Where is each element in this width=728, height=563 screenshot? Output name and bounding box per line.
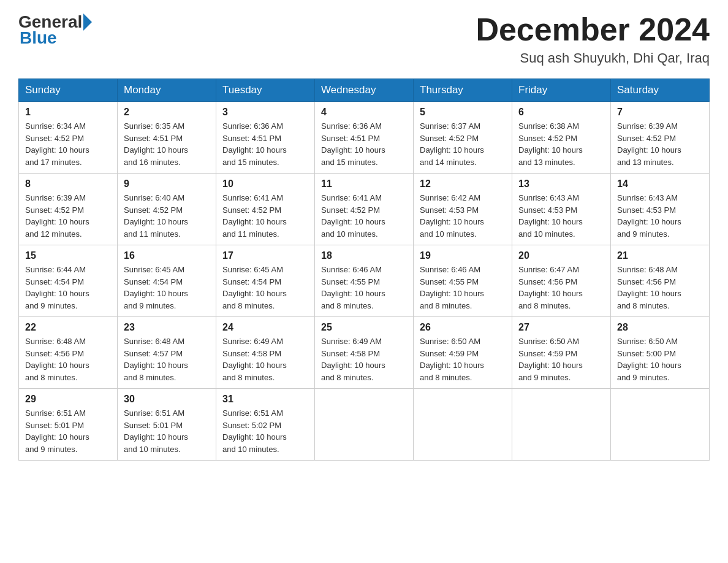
day-number: 30 xyxy=(124,394,210,405)
calendar-cell: 23 Sunrise: 6:48 AM Sunset: 4:57 PM Dayl… xyxy=(118,317,216,389)
day-info: Sunrise: 6:46 AM Sunset: 4:55 PM Dayligh… xyxy=(321,264,407,312)
day-number: 3 xyxy=(222,107,308,118)
day-number: 20 xyxy=(518,250,604,261)
week-row-1: 1 Sunrise: 6:34 AM Sunset: 4:52 PM Dayli… xyxy=(19,102,710,174)
calendar-cell: 31 Sunrise: 6:51 AM Sunset: 5:02 PM Dayl… xyxy=(216,389,315,461)
logo-blue-text: Blue xyxy=(20,28,57,48)
header-monday: Monday xyxy=(118,79,216,102)
day-number: 23 xyxy=(124,322,210,333)
calendar-cell xyxy=(414,389,512,461)
header-sunday: Sunday xyxy=(19,79,118,102)
calendar-cell: 30 Sunrise: 6:51 AM Sunset: 5:01 PM Dayl… xyxy=(118,389,216,461)
day-header-row: Sunday Monday Tuesday Wednesday Thursday… xyxy=(19,79,710,102)
day-number: 15 xyxy=(25,250,111,261)
day-number: 27 xyxy=(518,322,604,333)
header-friday: Friday xyxy=(512,79,611,102)
day-number: 12 xyxy=(420,178,506,190)
calendar-cell xyxy=(611,389,710,461)
location-title: Suq ash Shuyukh, Dhi Qar, Iraq xyxy=(476,50,710,66)
day-info: Sunrise: 6:34 AM Sunset: 4:52 PM Dayligh… xyxy=(25,120,111,168)
calendar-cell: 7 Sunrise: 6:39 AM Sunset: 4:52 PM Dayli… xyxy=(611,102,710,174)
day-info: Sunrise: 6:50 AM Sunset: 4:59 PM Dayligh… xyxy=(518,335,604,383)
day-number: 31 xyxy=(222,394,308,405)
calendar-cell: 10 Sunrise: 6:41 AM Sunset: 4:52 PM Dayl… xyxy=(216,174,315,245)
day-number: 16 xyxy=(124,250,210,261)
day-number: 26 xyxy=(420,322,506,333)
day-info: Sunrise: 6:44 AM Sunset: 4:54 PM Dayligh… xyxy=(25,264,111,312)
day-info: Sunrise: 6:48 AM Sunset: 4:56 PM Dayligh… xyxy=(617,264,703,312)
week-row-5: 29 Sunrise: 6:51 AM Sunset: 5:01 PM Dayl… xyxy=(19,389,710,461)
day-info: Sunrise: 6:51 AM Sunset: 5:01 PM Dayligh… xyxy=(25,407,111,455)
logo: General Blue xyxy=(18,12,93,48)
calendar-cell: 19 Sunrise: 6:46 AM Sunset: 4:55 PM Dayl… xyxy=(414,245,512,317)
calendar-cell: 5 Sunrise: 6:37 AM Sunset: 4:52 PM Dayli… xyxy=(414,102,512,174)
calendar-cell: 6 Sunrise: 6:38 AM Sunset: 4:52 PM Dayli… xyxy=(512,102,611,174)
day-info: Sunrise: 6:49 AM Sunset: 4:58 PM Dayligh… xyxy=(321,335,407,383)
day-number: 18 xyxy=(321,250,407,261)
day-number: 13 xyxy=(518,178,604,190)
day-info: Sunrise: 6:49 AM Sunset: 4:58 PM Dayligh… xyxy=(222,335,308,383)
calendar-cell: 14 Sunrise: 6:43 AM Sunset: 4:53 PM Dayl… xyxy=(611,174,710,245)
day-number: 2 xyxy=(124,107,210,118)
calendar-cell: 21 Sunrise: 6:48 AM Sunset: 4:56 PM Dayl… xyxy=(611,245,710,317)
day-info: Sunrise: 6:43 AM Sunset: 4:53 PM Dayligh… xyxy=(518,192,604,240)
calendar-cell: 24 Sunrise: 6:49 AM Sunset: 4:58 PM Dayl… xyxy=(216,317,315,389)
logo-arrow-icon xyxy=(83,13,92,31)
calendar-table: Sunday Monday Tuesday Wednesday Thursday… xyxy=(18,79,710,461)
day-info: Sunrise: 6:38 AM Sunset: 4:52 PM Dayligh… xyxy=(518,120,604,168)
day-info: Sunrise: 6:45 AM Sunset: 4:54 PM Dayligh… xyxy=(222,264,308,312)
calendar-cell: 18 Sunrise: 6:46 AM Sunset: 4:55 PM Dayl… xyxy=(315,245,414,317)
day-info: Sunrise: 6:41 AM Sunset: 4:52 PM Dayligh… xyxy=(222,192,308,240)
calendar-cell: 25 Sunrise: 6:49 AM Sunset: 4:58 PM Dayl… xyxy=(315,317,414,389)
day-number: 4 xyxy=(321,107,407,118)
title-area: December 2024 Suq ash Shuyukh, Dhi Qar, … xyxy=(476,12,710,66)
calendar-cell: 17 Sunrise: 6:45 AM Sunset: 4:54 PM Dayl… xyxy=(216,245,315,317)
day-info: Sunrise: 6:50 AM Sunset: 4:59 PM Dayligh… xyxy=(420,335,506,383)
day-info: Sunrise: 6:47 AM Sunset: 4:56 PM Dayligh… xyxy=(518,264,604,312)
day-info: Sunrise: 6:36 AM Sunset: 4:51 PM Dayligh… xyxy=(222,120,308,168)
calendar-cell: 3 Sunrise: 6:36 AM Sunset: 4:51 PM Dayli… xyxy=(216,102,315,174)
day-info: Sunrise: 6:39 AM Sunset: 4:52 PM Dayligh… xyxy=(25,192,111,240)
calendar-cell: 4 Sunrise: 6:36 AM Sunset: 4:51 PM Dayli… xyxy=(315,102,414,174)
day-number: 7 xyxy=(617,107,703,118)
header: General Blue December 2024 Suq ash Shuyu… xyxy=(18,12,710,66)
day-number: 8 xyxy=(25,178,111,190)
day-number: 17 xyxy=(222,250,308,261)
calendar-cell: 27 Sunrise: 6:50 AM Sunset: 4:59 PM Dayl… xyxy=(512,317,611,389)
calendar-cell: 1 Sunrise: 6:34 AM Sunset: 4:52 PM Dayli… xyxy=(19,102,118,174)
day-number: 10 xyxy=(222,178,308,190)
day-number: 22 xyxy=(25,322,111,333)
day-info: Sunrise: 6:50 AM Sunset: 5:00 PM Dayligh… xyxy=(617,335,703,383)
week-row-2: 8 Sunrise: 6:39 AM Sunset: 4:52 PM Dayli… xyxy=(19,174,710,245)
day-number: 19 xyxy=(420,250,506,261)
day-info: Sunrise: 6:46 AM Sunset: 4:55 PM Dayligh… xyxy=(420,264,506,312)
day-number: 6 xyxy=(518,107,604,118)
day-info: Sunrise: 6:43 AM Sunset: 4:53 PM Dayligh… xyxy=(617,192,703,240)
calendar-cell: 26 Sunrise: 6:50 AM Sunset: 4:59 PM Dayl… xyxy=(414,317,512,389)
calendar-cell: 9 Sunrise: 6:40 AM Sunset: 4:52 PM Dayli… xyxy=(118,174,216,245)
header-saturday: Saturday xyxy=(611,79,710,102)
day-info: Sunrise: 6:36 AM Sunset: 4:51 PM Dayligh… xyxy=(321,120,407,168)
header-wednesday: Wednesday xyxy=(315,79,414,102)
calendar-cell: 28 Sunrise: 6:50 AM Sunset: 5:00 PM Dayl… xyxy=(611,317,710,389)
calendar-cell: 12 Sunrise: 6:42 AM Sunset: 4:53 PM Dayl… xyxy=(414,174,512,245)
day-info: Sunrise: 6:48 AM Sunset: 4:57 PM Dayligh… xyxy=(124,335,210,383)
day-number: 21 xyxy=(617,250,703,261)
day-info: Sunrise: 6:41 AM Sunset: 4:52 PM Dayligh… xyxy=(321,192,407,240)
day-info: Sunrise: 6:51 AM Sunset: 5:01 PM Dayligh… xyxy=(124,407,210,455)
header-tuesday: Tuesday xyxy=(216,79,315,102)
week-row-3: 15 Sunrise: 6:44 AM Sunset: 4:54 PM Dayl… xyxy=(19,245,710,317)
month-title: December 2024 xyxy=(476,12,710,47)
day-number: 11 xyxy=(321,178,407,190)
day-number: 24 xyxy=(222,322,308,333)
day-info: Sunrise: 6:51 AM Sunset: 5:02 PM Dayligh… xyxy=(222,407,308,455)
calendar-cell: 20 Sunrise: 6:47 AM Sunset: 4:56 PM Dayl… xyxy=(512,245,611,317)
day-info: Sunrise: 6:37 AM Sunset: 4:52 PM Dayligh… xyxy=(420,120,506,168)
day-number: 29 xyxy=(25,394,111,405)
calendar-cell: 11 Sunrise: 6:41 AM Sunset: 4:52 PM Dayl… xyxy=(315,174,414,245)
header-thursday: Thursday xyxy=(414,79,512,102)
day-info: Sunrise: 6:48 AM Sunset: 4:56 PM Dayligh… xyxy=(25,335,111,383)
week-row-4: 22 Sunrise: 6:48 AM Sunset: 4:56 PM Dayl… xyxy=(19,317,710,389)
day-number: 14 xyxy=(617,178,703,190)
day-info: Sunrise: 6:45 AM Sunset: 4:54 PM Dayligh… xyxy=(124,264,210,312)
